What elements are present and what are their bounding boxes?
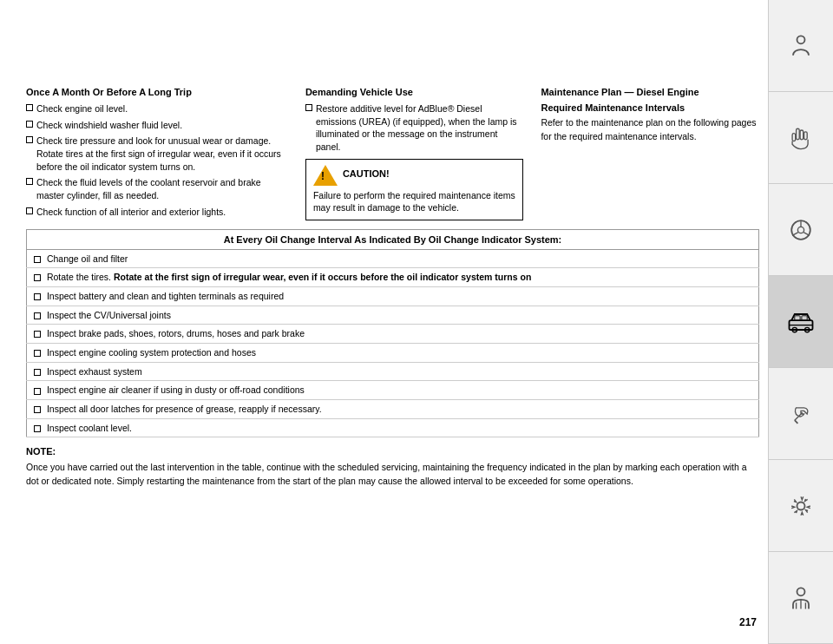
right-column-title: Maintenance Plan — Diesel Engine [541, 87, 759, 97]
table-cell: Rotate the tires. Rotate at the first si… [27, 268, 759, 287]
checkbox-5 [26, 207, 33, 214]
table-checkbox [34, 312, 41, 319]
caution-text: Failure to perform the required maintena… [313, 189, 516, 214]
check-item-6: Restore additive level for AdBlue® Diese… [305, 102, 524, 154]
sidebar-icon-wrench[interactable] [769, 368, 833, 460]
check-item-4: Check the fluid levels of the coolant re… [26, 176, 288, 201]
check-text-5: Check function of all interior and exter… [36, 206, 288, 219]
check-text-2: Check windshield washer fluid level. [36, 119, 288, 132]
table-cell: Inspect battery and clean and tighten te… [27, 286, 759, 306]
page-container: Once A Month Or Before A Long Trip Check… [0, 0, 833, 644]
middle-column: Demanding Vehicle Use Restore additive l… [305, 87, 524, 222]
note-title: NOTE: [26, 444, 759, 459]
table-cell: Inspect coolant level. [27, 418, 759, 437]
table-checkbox [34, 293, 41, 300]
table-row: Inspect battery and clean and tighten te… [27, 286, 759, 306]
table-row: Inspect brake pads, shoes, rotors, drums… [27, 325, 759, 344]
sidebar-icon-person[interactable] [769, 0, 833, 92]
sidebar-icon-gear[interactable] [769, 460, 833, 552]
left-column: Once A Month Or Before A Long Trip Check… [26, 87, 288, 222]
check-item-5: Check function of all interior and exter… [26, 206, 288, 219]
sidebar-icon-hand[interactable] [769, 92, 833, 184]
table-checkbox [34, 350, 41, 357]
table-row: Inspect engine air cleaner if using in d… [27, 381, 759, 400]
table-checkbox [34, 388, 41, 395]
table-checkbox [34, 331, 41, 338]
caution-box: CAUTION! Failure to perform the required… [305, 159, 524, 220]
svg-point-18 [797, 588, 805, 595]
checkbox-4 [26, 178, 33, 185]
table-row: Inspect exhaust system [27, 362, 759, 381]
table-cell: Inspect engine air cleaner if using in d… [27, 381, 759, 400]
table-checkbox [34, 406, 41, 413]
maintenance-table: At Every Oil Change Interval As Indicate… [26, 229, 759, 438]
caution-title: CAUTION! [343, 168, 390, 179]
left-column-title: Once A Month Or Before A Long Trip [26, 87, 288, 97]
table-cell: Inspect exhaust system [27, 362, 759, 381]
table-row: Inspect the CV/Universal joints [27, 306, 759, 325]
check-item-2: Check windshield washer fluid level. [26, 119, 288, 132]
table-row: Inspect all door latches for presence of… [27, 400, 759, 419]
right-column-text: Refer to the maintenance plan on the fol… [541, 116, 759, 144]
table-cell: Change oil and filter [27, 249, 759, 268]
check-item-3: Check tire pressure and look for unusual… [26, 135, 288, 173]
table-checkbox [34, 274, 41, 281]
svg-point-17 [797, 502, 805, 509]
svg-line-16 [795, 420, 798, 424]
table-row: Inspect engine cooling system protection… [27, 343, 759, 362]
bold-text: Rotate at the first sign of irregular we… [114, 272, 531, 282]
check-text-1: Check engine oil level. [36, 102, 288, 115]
table-cell: Inspect engine cooling system protection… [27, 343, 759, 362]
check-text-6: Restore additive level for AdBlue® Diese… [316, 102, 524, 154]
check-text-4: Check the fluid levels of the coolant re… [36, 176, 288, 201]
table-checkbox [34, 425, 41, 432]
warning-triangle-icon [313, 165, 338, 186]
page-number: 217 [739, 616, 757, 628]
sidebar-icon-person2[interactable] [769, 552, 833, 644]
svg-rect-4 [792, 133, 796, 141]
table-row: Inspect coolant level. [27, 418, 759, 437]
table-row: Change oil and filter [27, 249, 759, 268]
sidebar-icon-car[interactable] [769, 276, 833, 368]
note-text: Once you have carried out the last inter… [26, 461, 759, 489]
checkbox-2 [26, 121, 33, 128]
top-section: Once A Month Or Before A Long Trip Check… [26, 87, 759, 222]
note-section: NOTE: Once you have carried out the last… [26, 444, 759, 488]
content-area: Once A Month Or Before A Long Trip Check… [26, 87, 759, 575]
svg-point-0 [797, 36, 805, 43]
caution-icon-row: CAUTION! [313, 165, 516, 186]
table-checkbox [34, 369, 41, 376]
sidebar-icon-steering[interactable] [769, 184, 833, 276]
middle-column-title: Demanding Vehicle Use [305, 87, 524, 97]
table-cell: Inspect the CV/Universal joints [27, 306, 759, 325]
check-item-1: Check engine oil level. [26, 102, 288, 115]
svg-rect-3 [804, 131, 808, 139]
table-checkbox [34, 256, 41, 263]
table-cell: Inspect brake pads, shoes, rotors, drums… [27, 325, 759, 344]
checkbox-3 [26, 136, 33, 143]
table-cell: Inspect all door latches for presence of… [27, 400, 759, 419]
svg-rect-1 [797, 128, 800, 140]
table-row: Rotate the tires. Rotate at the first si… [27, 268, 759, 287]
checkbox-1 [26, 104, 33, 111]
right-sidebar [768, 0, 833, 644]
table-header: At Every Oil Change Interval As Indicate… [27, 229, 759, 249]
check-text-3: Check tire pressure and look for unusual… [36, 135, 288, 173]
checkbox-6 [305, 104, 312, 111]
svg-point-6 [797, 227, 803, 233]
right-column-subtitle: Required Maintenance Intervals [541, 102, 759, 113]
svg-rect-2 [800, 130, 803, 140]
right-column: Maintenance Plan — Diesel Engine Require… [541, 87, 759, 222]
